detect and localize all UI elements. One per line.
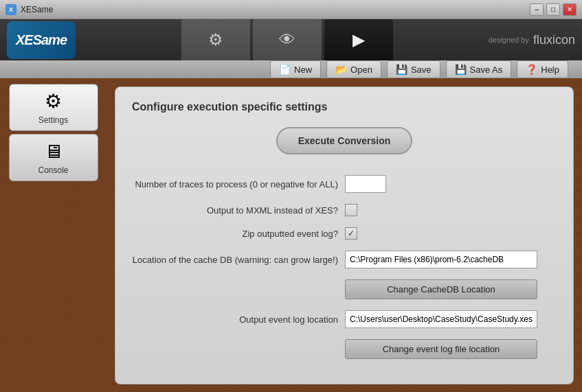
help-icon: ❓ xyxy=(526,64,537,75)
branding: designed by fluxicon xyxy=(489,33,575,47)
help-label: Help xyxy=(541,65,559,75)
tab-settings[interactable]: ⚙ xyxy=(181,19,250,60)
zip-output-checkbox[interactable] xyxy=(345,227,357,240)
tab-run[interactable]: ▶ xyxy=(324,19,393,60)
minimize-button[interactable]: – xyxy=(530,3,544,16)
titlebar: X XESame – □ ✕ xyxy=(0,0,582,19)
toolbar-tabs: ⚙ 👁 ▶ xyxy=(89,19,489,60)
open-label: Open xyxy=(350,65,372,75)
app-container: XESame ⚙ 👁 ▶ designed by fluxicon 📄 New … xyxy=(0,19,582,392)
cache-db-label: Location of the cache DB (warning: can g… xyxy=(132,255,338,265)
window-controls: – □ ✕ xyxy=(530,3,577,16)
open-icon: 📂 xyxy=(335,64,347,75)
toolbar-top: XESame ⚙ 👁 ▶ designed by fluxicon xyxy=(0,19,582,60)
main-panel: Configure execution specific settings Ex… xyxy=(107,78,582,392)
branding-prefix: designed by xyxy=(489,36,529,44)
window-title: XESame xyxy=(21,5,53,14)
open-button[interactable]: 📂 Open xyxy=(326,60,381,78)
event-log-label: Output event log location xyxy=(132,314,338,325)
save-as-button[interactable]: 💾 Save As xyxy=(446,60,512,78)
save-as-icon: 💾 xyxy=(455,64,467,75)
console-icon: 🖥 xyxy=(44,140,63,163)
save-label: Save xyxy=(411,65,432,75)
fluxicon-name: fluxicon xyxy=(533,33,575,47)
change-cachedb-button[interactable]: Change CacheDB Location xyxy=(345,279,537,299)
play-icon: ▶ xyxy=(352,30,365,49)
panel-card: Configure execution specific settings Ex… xyxy=(115,87,574,384)
app-logo: XESame xyxy=(7,21,76,59)
change-event-log-button[interactable]: Change event log file location xyxy=(345,339,537,359)
console-label: Console xyxy=(38,165,68,175)
app-icon: X xyxy=(5,4,16,15)
tab-preview[interactable]: 👁 xyxy=(253,19,322,60)
num-traces-row: Number of traces to process (0 or negati… xyxy=(132,175,557,193)
main-content: ⚙ Settings 🖥 Console Configure execution… xyxy=(0,78,582,392)
sidebar-item-settings[interactable]: ⚙ Settings xyxy=(9,84,98,131)
save-icon: 💾 xyxy=(396,64,407,75)
save-as-label: Save As xyxy=(470,65,503,75)
settings-label: Settings xyxy=(38,115,68,125)
wrench-icon: ⚙ xyxy=(208,30,223,49)
page-title: Configure execution specific settings xyxy=(132,101,557,113)
cache-db-input[interactable] xyxy=(345,251,537,268)
zip-output-row: Zip outputted event log? xyxy=(132,227,557,240)
output-mxml-label: Output to MXML instead of XES? xyxy=(132,205,338,216)
toolbar-actions: 📄 New 📂 Open 💾 Save 💾 Save As ❓ Help xyxy=(0,60,582,78)
execute-conversion-button[interactable]: Execute Conversion xyxy=(276,127,413,154)
zip-output-label: Zip outputted event log? xyxy=(132,229,338,239)
maximize-button[interactable]: □ xyxy=(546,3,560,16)
save-button[interactable]: 💾 Save xyxy=(387,60,440,78)
help-button[interactable]: ❓ Help xyxy=(517,60,568,78)
event-log-row: Output event log location xyxy=(132,310,557,328)
new-label: New xyxy=(294,65,312,75)
close-button[interactable]: ✕ xyxy=(563,3,577,16)
sidebar-item-console[interactable]: 🖥 Console xyxy=(9,134,98,181)
num-traces-label: Number of traces to process (0 or negati… xyxy=(132,179,338,189)
new-icon: 📄 xyxy=(279,64,291,75)
settings-gear-icon: ⚙ xyxy=(45,90,62,113)
eye-icon: 👁 xyxy=(279,30,295,49)
event-log-input[interactable] xyxy=(345,310,537,328)
output-mxml-row: Output to MXML instead of XES? xyxy=(132,204,557,216)
titlebar-left: X XESame xyxy=(5,4,53,15)
output-mxml-checkbox[interactable] xyxy=(345,204,357,216)
cache-db-row: Location of the cache DB (warning: can g… xyxy=(132,251,557,268)
sidebar: ⚙ Settings 🖥 Console xyxy=(0,78,107,392)
num-traces-input[interactable] xyxy=(345,175,386,193)
new-button[interactable]: 📄 New xyxy=(270,60,321,78)
